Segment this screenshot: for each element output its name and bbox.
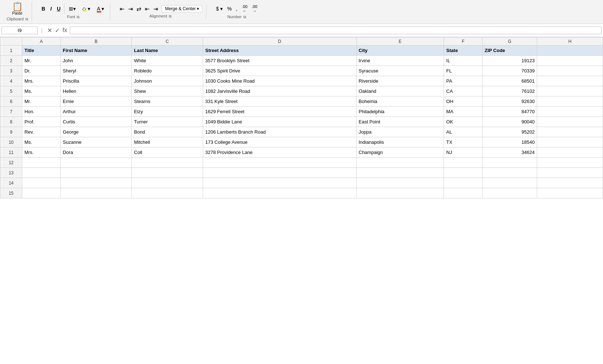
cell-12-2[interactable] xyxy=(132,158,203,168)
cell-13-5[interactable] xyxy=(444,168,482,178)
col-header-D[interactable]: D xyxy=(203,37,356,46)
cell-12-6[interactable] xyxy=(482,158,537,168)
cell-9-1[interactable]: George xyxy=(60,127,132,137)
cell-6-1[interactable]: Ernie xyxy=(60,96,132,107)
cell-1-3[interactable]: Street Address xyxy=(203,46,356,56)
cell-14-4[interactable] xyxy=(356,178,444,188)
cell-6-7[interactable] xyxy=(537,96,603,107)
cell-15-7[interactable] xyxy=(537,188,603,198)
font-launcher[interactable]: ⧉ xyxy=(77,15,79,19)
cell-6-6[interactable]: 92630 xyxy=(482,96,537,107)
cell-5-4[interactable]: Oakland xyxy=(356,86,444,96)
cell-15-6[interactable] xyxy=(482,188,537,198)
cell-3-7[interactable] xyxy=(537,66,603,76)
cell-4-3[interactable]: 1030 Cooks Mine Road xyxy=(203,76,356,86)
row-header-12[interactable]: 12 xyxy=(0,158,22,168)
cell-1-2[interactable]: Last Name xyxy=(132,46,203,56)
col-header-E[interactable]: E xyxy=(356,37,444,46)
cell-14-7[interactable] xyxy=(537,178,603,188)
indent-dec-button[interactable]: ⇤ xyxy=(143,5,151,13)
row-header-7[interactable]: 7 xyxy=(0,107,22,117)
fill-color-button[interactable]: ◇ ▾ xyxy=(80,5,92,12)
cell-reference-input[interactable] xyxy=(1,27,38,34)
cell-7-6[interactable]: 84770 xyxy=(482,107,537,117)
indent-inc-button[interactable]: ⇥ xyxy=(152,5,159,13)
cell-3-6[interactable]: 70339 xyxy=(482,66,537,76)
cell-4-4[interactable]: Riverside xyxy=(356,76,444,86)
row-header-13[interactable]: 13 xyxy=(0,168,22,178)
cell-3-3[interactable]: 3625 Spirit Drive xyxy=(203,66,356,76)
cell-7-2[interactable]: Elzy xyxy=(132,107,203,117)
cell-1-6[interactable]: ZIP Code xyxy=(482,46,537,56)
cell-11-0[interactable]: Mrs. xyxy=(22,147,60,158)
cell-8-7[interactable] xyxy=(537,117,603,127)
cell-1-1[interactable]: First Name xyxy=(60,46,132,56)
cell-9-5[interactable]: AL xyxy=(444,127,482,137)
cell-10-3[interactable]: 173 College Avenue xyxy=(203,137,356,147)
cell-14-1[interactable] xyxy=(60,178,132,188)
clipboard-launcher[interactable]: ⧉ xyxy=(25,17,28,21)
cell-2-1[interactable]: John xyxy=(60,56,132,66)
cell-10-2[interactable]: Mitchell xyxy=(132,137,203,147)
cell-2-6[interactable]: 19123 xyxy=(482,56,537,66)
cell-2-3[interactable]: 3577 Brooklyn Street xyxy=(203,56,356,66)
cell-7-4[interactable]: Philadelphia xyxy=(356,107,444,117)
cell-4-1[interactable]: Priscilla xyxy=(60,76,132,86)
cell-6-5[interactable]: OH xyxy=(444,96,482,107)
cell-9-7[interactable] xyxy=(537,127,603,137)
cell-8-0[interactable]: Prof. xyxy=(22,117,60,127)
cell-14-3[interactable] xyxy=(203,178,356,188)
align-center-button[interactable]: ⇥ xyxy=(127,5,134,13)
col-header-H[interactable]: H xyxy=(537,37,603,46)
cell-13-3[interactable] xyxy=(203,168,356,178)
cell-9-2[interactable]: Bond xyxy=(132,127,203,137)
merge-center-button[interactable]: Merge & Center ▾ xyxy=(162,5,202,12)
formula-input[interactable] xyxy=(70,27,602,34)
cell-11-5[interactable]: NJ xyxy=(444,147,482,158)
cell-3-4[interactable]: Syracuse xyxy=(356,66,444,76)
cell-3-0[interactable]: Dr. xyxy=(22,66,60,76)
dec-dec-button[interactable]: .00← xyxy=(240,4,249,14)
italic-button[interactable]: I xyxy=(49,5,53,12)
cell-5-1[interactable]: Hellen xyxy=(60,86,132,96)
cell-9-6[interactable]: 95202 xyxy=(482,127,537,137)
cell-15-5[interactable] xyxy=(444,188,482,198)
cell-10-0[interactable]: Ms. xyxy=(22,137,60,147)
cell-12-3[interactable] xyxy=(203,158,356,168)
cell-9-3[interactable]: 1206 Lamberts Branch Road xyxy=(203,127,356,137)
cell-11-2[interactable]: Coll xyxy=(132,147,203,158)
cell-11-4[interactable]: Champaign xyxy=(356,147,444,158)
number-launcher[interactable]: ⧉ xyxy=(243,15,246,19)
cell-4-6[interactable]: 68501 xyxy=(482,76,537,86)
cell-15-0[interactable] xyxy=(22,188,60,198)
col-header-B[interactable]: B xyxy=(60,37,132,46)
cell-13-2[interactable] xyxy=(132,168,203,178)
row-header-11[interactable]: 11 xyxy=(0,147,22,158)
row-header-5[interactable]: 5 xyxy=(0,86,22,96)
comma-button[interactable]: , xyxy=(235,5,239,12)
cell-13-4[interactable] xyxy=(356,168,444,178)
cell-15-2[interactable] xyxy=(132,188,203,198)
cell-1-4[interactable]: City xyxy=(356,46,444,56)
cell-12-5[interactable] xyxy=(444,158,482,168)
cell-13-1[interactable] xyxy=(60,168,132,178)
cell-9-4[interactable]: Joppa xyxy=(356,127,444,137)
alignment-launcher[interactable]: ⧉ xyxy=(169,14,171,18)
cell-10-6[interactable]: 18540 xyxy=(482,137,537,147)
cell-8-1[interactable]: Curtis xyxy=(60,117,132,127)
cell-5-3[interactable]: 1082 Jarvisville Road xyxy=(203,86,356,96)
cell-10-5[interactable]: TX xyxy=(444,137,482,147)
bold-button[interactable]: B xyxy=(40,5,47,12)
cell-11-6[interactable]: 34624 xyxy=(482,147,537,158)
underline-button[interactable]: U xyxy=(55,5,62,12)
cell-5-7[interactable] xyxy=(537,86,603,96)
cell-2-5[interactable]: IL xyxy=(444,56,482,66)
row-header-3[interactable]: 3 xyxy=(0,66,22,76)
cell-1-5[interactable]: State xyxy=(444,46,482,56)
cell-7-7[interactable] xyxy=(537,107,603,117)
cell-4-5[interactable]: PA xyxy=(444,76,482,86)
align-right-button[interactable]: ⇄ xyxy=(135,5,143,13)
cell-1-7[interactable] xyxy=(537,46,603,56)
row-header-6[interactable]: 6 xyxy=(0,96,22,107)
percent-button[interactable]: % xyxy=(226,5,233,12)
